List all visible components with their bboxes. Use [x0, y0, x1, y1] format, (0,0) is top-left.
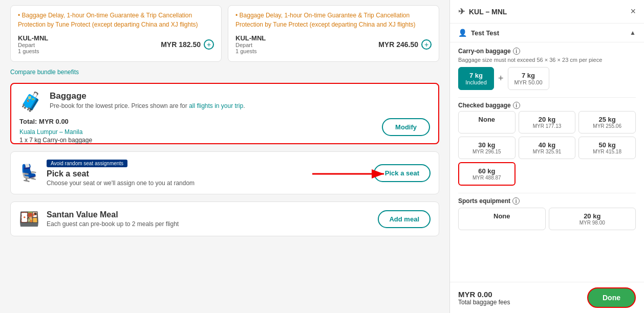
- seat-icon: 💺: [19, 163, 39, 183]
- baggage-header: 🧳 Baggage Pre-book for the lowest price.…: [19, 91, 430, 113]
- checked-baggage-grid: None 20 kg MYR 177.13 25 kg MYR 255.06 3…: [458, 111, 636, 186]
- page-container: • Baggage Delay, 1-hour On-time Guarante…: [0, 0, 644, 313]
- flight-route: ✈ KUL – MNL: [458, 7, 507, 16]
- passenger-info: 👤 Test Test: [458, 29, 499, 37]
- pick-seat-button[interactable]: Pick a seat: [374, 164, 431, 182]
- checked-option-50kg[interactable]: 50 kg MYR 415.18: [578, 137, 636, 159]
- bundle-card-2: • Baggage Delay, 1-hour On-time Guarante…: [228, 5, 439, 62]
- divider-2: [458, 193, 636, 193]
- baggage-text: Baggage Pre-book for the lowest price. P…: [50, 91, 245, 109]
- carry-on-option-extra[interactable]: 7 kg MYR 50.00: [508, 67, 549, 90]
- right-panel-footer: MYR 0.00 Total baggage fees Done: [450, 282, 644, 313]
- close-icon[interactable]: ×: [630, 6, 636, 17]
- bundle-card-1-add-btn[interactable]: +: [204, 39, 214, 50]
- baggage-icon: 🧳: [19, 91, 42, 113]
- divider-1: [458, 97, 636, 98]
- total-fees: MYR 0.00 Total baggage fees: [458, 290, 510, 306]
- sports-label: Sports equipment i: [458, 197, 636, 205]
- options-section: Carry-on baggage i Baggage size must not…: [450, 42, 644, 282]
- bundle-card-2-route: KUL-MNL Depart 1 guests: [235, 34, 266, 54]
- left-panel: • Baggage Delay, 1-hour On-time Guarante…: [0, 0, 449, 313]
- passenger-icon: 👤: [458, 29, 467, 37]
- baggage-section: 🧳 Baggage Pre-book for the lowest price.…: [10, 83, 439, 144]
- checked-option-20kg[interactable]: 20 kg MYR 177.13: [519, 111, 576, 133]
- sports-grid: None 20 kg MYR 98.00: [458, 208, 636, 230]
- seat-subtitle: Choose your seat or we'll assign one to …: [47, 180, 367, 187]
- bundle-card-2-bullets: • Baggage Delay, 1-hour On-time Guarante…: [235, 11, 432, 29]
- checked-option-none[interactable]: None: [458, 111, 516, 133]
- seat-section: 💺 Avoid random seat assignments Pick a s…: [10, 151, 439, 194]
- bundle-card-1-route: KUL-MNL Depart 1 guests: [18, 34, 48, 54]
- plus-icon: +: [498, 73, 504, 84]
- carry-on-label: Carry-on baggage i: [458, 48, 636, 55]
- checked-baggage-info-icon[interactable]: i: [513, 102, 520, 109]
- size-note: Baggage size must not exceed 56 × 36 × 2…: [458, 57, 636, 63]
- modify-button[interactable]: Modify: [382, 118, 430, 136]
- sports-info-icon[interactable]: i: [512, 197, 520, 205]
- meal-title: Santan Value Meal: [47, 210, 371, 219]
- right-panel: ✈ KUL – MNL × 👤 Test Test ▲ Carry-on bag…: [449, 0, 644, 313]
- compare-link[interactable]: Compare bundle benefits: [10, 69, 79, 76]
- checked-option-30kg[interactable]: 30 kg MYR 296.15: [458, 137, 516, 159]
- meal-subtitle: Each guest can pre-book up to 2 meals pe…: [47, 220, 371, 228]
- bundle-card-1-price-row: KUL-MNL Depart 1 guests MYR 182.50 +: [18, 34, 214, 54]
- sports-section: Sports equipment i None 20 kg MYR 98.00: [458, 197, 636, 230]
- chevron-up-icon: ▲: [630, 29, 636, 36]
- bundle-card-1-price: MYR 182.50 +: [161, 39, 214, 50]
- checked-option-40kg[interactable]: 40 kg MYR 325.91: [519, 137, 576, 159]
- bundle-card-2-add-btn[interactable]: +: [421, 39, 432, 50]
- carry-on-options-row: 7 kg Included + 7 kg MYR 50.00: [458, 67, 636, 90]
- passenger-name: Test Test: [471, 29, 499, 37]
- sports-option-none[interactable]: None: [458, 208, 546, 230]
- checked-baggage-label: Checked baggage i: [458, 102, 636, 109]
- bundle-card-1: • Baggage Delay, 1-hour On-time Guarante…: [10, 5, 222, 62]
- sports-option-20kg[interactable]: 20 kg MYR 98.00: [549, 208, 636, 230]
- baggage-subtitle: Pre-book for the lowest price. Prices sh…: [50, 102, 245, 109]
- seat-title: Pick a seat: [47, 169, 367, 178]
- carry-on-info-icon[interactable]: i: [513, 48, 520, 55]
- meal-content: Santan Value Meal Each guest can pre-boo…: [47, 210, 371, 228]
- add-meal-button[interactable]: Add meal: [378, 210, 431, 228]
- meal-icon: 🍱: [19, 209, 39, 229]
- checked-option-60kg[interactable]: 60 kg MYR 488.87: [458, 162, 516, 186]
- passenger-row[interactable]: 👤 Test Test ▲: [450, 24, 644, 42]
- seat-badge: Avoid random seat assignments: [47, 160, 127, 167]
- bundle-card-1-bullets: • Baggage Delay, 1-hour On-time Guarante…: [18, 11, 214, 29]
- carry-on-option-included[interactable]: 7 kg Included: [458, 67, 494, 90]
- baggage-carry: 1 x 7 kg Carry-on baggage: [19, 137, 430, 144]
- baggage-title: Baggage: [50, 91, 245, 101]
- checked-option-25kg[interactable]: 25 kg MYR 255.06: [578, 111, 636, 133]
- bundle-card-2-price: MYR 246.50 +: [378, 39, 432, 50]
- meal-section: 🍱 Santan Value Meal Each guest can pre-b…: [10, 202, 439, 236]
- done-button[interactable]: Done: [587, 287, 636, 308]
- plane-icon: ✈: [458, 7, 465, 16]
- bundle-cards: • Baggage Delay, 1-hour On-time Guarante…: [10, 0, 439, 62]
- right-panel-header: ✈ KUL – MNL ×: [450, 0, 644, 24]
- bundle-card-2-price-row: KUL-MNL Depart 1 guests MYR 246.50 +: [235, 34, 432, 54]
- seat-content: Avoid random seat assignments Pick a sea…: [47, 159, 367, 187]
